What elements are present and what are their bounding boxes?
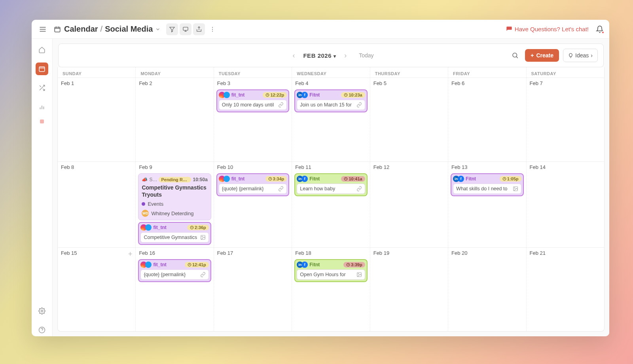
date-label: Feb 3: [216, 79, 289, 88]
post-preview: Join us on March 15 for: [297, 100, 365, 110]
event-owner: Whitney Deterding: [151, 210, 193, 216]
svg-line-27: [517, 57, 518, 58]
channel-icons: inf: [297, 176, 308, 182]
day-header: MONDAY: [136, 67, 214, 78]
sidebar-item-analytics[interactable]: [36, 100, 48, 113]
day-cell[interactable]: Feb 8: [58, 162, 136, 247]
post-card[interactable]: inf Fitnt 10:41a Learn how baby: [294, 173, 367, 196]
share-button[interactable]: [193, 23, 205, 35]
fb-icon: f: [301, 176, 308, 182]
time-pill: 12:22p: [263, 92, 287, 98]
post-card[interactable]: fit_tnt 3:34p {quote} {permalink}: [216, 173, 289, 196]
day-cell[interactable]: Feb 9 📣 S… Pending Re… 10:50a Competitiv…: [136, 162, 214, 247]
week-row: Feb 15+Feb 16 fit_tnt 12:41p {quote} {pe…: [58, 247, 604, 331]
date-label: Feb 16: [138, 249, 211, 258]
post-card[interactable]: fit_tnt 12:22p Only 10 more days until: [216, 89, 289, 112]
day-header-row: SUNDAYMONDAYTUESDAYWEDNESDAYTHURSDAYFRID…: [58, 67, 604, 78]
post-preview: Competitive Gymnastics: [140, 232, 208, 243]
date-label: Feb 8: [60, 163, 133, 172]
search-button[interactable]: [509, 49, 521, 61]
svg-point-13: [212, 29, 213, 30]
sidebar-item-calendar[interactable]: [36, 63, 48, 75]
month-picker[interactable]: FEB 2026 ▾: [303, 52, 336, 59]
post-card[interactable]: fit_tnt 2:36p Competitive Gymnastics: [138, 222, 211, 245]
day-cell[interactable]: Feb 14: [527, 162, 604, 247]
account-name: fit_tnt: [153, 262, 166, 267]
filter-button[interactable]: [166, 23, 178, 35]
category-dot-icon: [142, 202, 145, 206]
time-pill: 10:23a: [341, 92, 365, 98]
sidebar-item-home[interactable]: [36, 44, 48, 56]
link-icon: [356, 102, 362, 108]
display-button[interactable]: [180, 23, 191, 35]
day-cell[interactable]: Feb 16 fit_tnt 12:41p {quote} {permalink…: [136, 248, 214, 331]
svg-rect-3: [55, 27, 60, 32]
link-icon: [356, 186, 362, 191]
day-cell[interactable]: Feb 17: [214, 248, 292, 331]
chevron-down-icon[interactable]: [155, 27, 161, 32]
image-icon: [356, 272, 362, 277]
status-pill: Pending Re…: [159, 177, 191, 182]
sidebar-item-settings[interactable]: [36, 305, 48, 317]
day-header: FRIDAY: [448, 67, 526, 78]
megaphone-icon: 📣: [142, 177, 148, 182]
create-button[interactable]: + Create: [525, 49, 559, 62]
date-label: Feb 15: [60, 249, 133, 258]
day-cell[interactable]: Feb 18 inf Fitnt 3:39p Open Gym Hours fo…: [292, 248, 370, 331]
ideas-button[interactable]: Ideas ›: [563, 49, 598, 62]
image-icon: [513, 186, 518, 191]
day-cell[interactable]: Feb 20: [448, 248, 526, 331]
tw-icon: [224, 92, 230, 98]
day-cell[interactable]: Feb 6: [448, 78, 526, 161]
post-card[interactable]: fit_tnt 12:41p {quote} {permalink}: [138, 259, 211, 282]
weeks-container: Feb 1Feb 2Feb 3 fit_tnt 12:22p Only 10 m…: [58, 78, 604, 331]
account-name: Fitnt: [309, 176, 320, 182]
day-cell[interactable]: Feb 19: [370, 248, 448, 331]
time-pill: 12:41p: [185, 262, 209, 267]
breadcrumb-root[interactable]: Calendar: [64, 25, 98, 34]
chat-link[interactable]: Have Questions? Let's chat!: [506, 26, 589, 32]
notifications-button[interactable]: [596, 25, 604, 33]
sidebar-item-marker[interactable]: [40, 119, 44, 123]
post-card[interactable]: inf Fitnt 10:23a Join us on March 15 for: [294, 89, 367, 112]
week-row: Feb 8Feb 9 📣 S… Pending Re… 10:50a Compe…: [58, 161, 604, 247]
post-card[interactable]: inf Fitnt 3:39p Open Gym Hours for: [294, 259, 367, 282]
account-name: Fitnt: [309, 92, 320, 98]
next-month-button[interactable]: ›: [340, 50, 351, 61]
date-label: Feb 12: [373, 163, 445, 172]
date-label: Feb 4: [294, 79, 367, 88]
chevron-down-icon: ▾: [334, 53, 336, 59]
date-label: Feb 6: [451, 79, 523, 88]
breadcrumb-separator: /: [100, 25, 103, 34]
day-cell[interactable]: Feb 21: [527, 248, 604, 331]
more-button[interactable]: [207, 23, 218, 35]
day-cell[interactable]: Feb 13 inf Fitnt 1:05p What skills do I …: [448, 162, 526, 247]
day-cell[interactable]: Feb 11 inf Fitnt 10:41a Learn how baby: [292, 162, 370, 247]
sidebar-item-help[interactable]: [36, 324, 48, 336]
add-item-button[interactable]: +: [128, 250, 133, 258]
breadcrumb-leaf[interactable]: Social Media: [105, 25, 153, 34]
day-cell[interactable]: Feb 10 fit_tnt 3:34p {quote} {permalink}: [214, 162, 292, 247]
chevron-right-icon: ›: [591, 52, 593, 59]
day-cell[interactable]: Feb 4 inf Fitnt 10:23a Join us on March …: [292, 78, 370, 161]
svg-rect-8: [183, 27, 188, 30]
today-button[interactable]: Today: [359, 52, 373, 59]
sidebar-item-shuffle[interactable]: [36, 82, 48, 94]
event-card[interactable]: 📣 S… Pending Re… 10:50a Competitive Gymn…: [138, 173, 211, 220]
day-cell[interactable]: Feb 3 fit_tnt 12:22p Only 10 more days u…: [214, 78, 292, 161]
post-card[interactable]: inf Fitnt 1:05p What skills do I need to: [451, 173, 523, 196]
calendar-grid: SUNDAYMONDAYTUESDAYWEDNESDAYTHURSDAYFRID…: [57, 67, 605, 332]
menu-toggle-icon[interactable]: [37, 24, 48, 35]
day-cell[interactable]: Feb 15+: [58, 248, 136, 331]
day-cell[interactable]: Feb 5: [370, 78, 448, 161]
chat-link-label: Have Questions? Let's chat!: [515, 26, 589, 32]
prev-month-button[interactable]: ‹: [288, 50, 299, 61]
day-cell[interactable]: Feb 2: [136, 78, 214, 161]
day-header: TUESDAY: [214, 67, 292, 78]
day-cell[interactable]: Feb 1: [58, 78, 136, 161]
tw-icon: [145, 224, 152, 231]
day-cell[interactable]: Feb 12: [370, 162, 448, 247]
day-cell[interactable]: Feb 7: [527, 78, 604, 161]
week-row: Feb 1Feb 2Feb 3 fit_tnt 12:22p Only 10 m…: [58, 78, 604, 161]
event-short: S…: [149, 177, 157, 182]
